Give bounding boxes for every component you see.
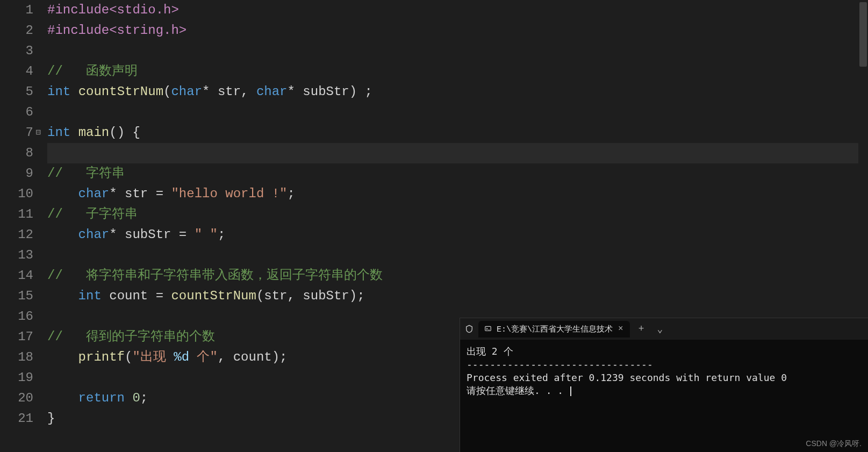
line-number: 1 [0,0,33,20]
terminal-window: E:\竞赛\江西省大学生信息技术 × + ⌄ 出现 2 个 ----------… [460,318,868,452]
line-number-gutter: 1 2 3 4 5 6 7⊟ 8 9 10 11 12 13 14 15 16 … [0,0,38,452]
line-number: 20 [0,388,33,408]
line-number: 8 [0,143,33,163]
code-line: char* str = "hello world !"; [47,184,868,204]
terminal-line: Process exited after 0.1239 seconds with… [467,372,787,383]
watermark: CSDN @冷风呀. [806,439,862,449]
shield-icon [464,324,474,334]
code-line-current [47,143,868,163]
code-line: int countStrNum(char* str, char* subStr)… [47,82,868,102]
line-number: 2 [0,20,33,41]
terminal-tab[interactable]: E:\竞赛\江西省大学生信息技术 × [478,321,630,338]
code-line: #include<stdio.h> [47,0,868,20]
terminal-icon [484,325,492,333]
line-number: 6 [0,102,33,123]
code-line [47,245,868,266]
code-line: int main() { [47,123,868,143]
terminal-tab-title: E:\竞赛\江西省大学生信息技术 [497,324,613,334]
scrollbar-thumb[interactable] [859,2,867,67]
code-line: // 子字符串 [47,204,868,225]
code-line: int count = countStrNum(str, subStr); [47,286,868,306]
code-line: // 将字符串和子字符串带入函数，返回子字符串的个数 [47,266,868,286]
terminal-cursor [570,386,571,396]
terminal-output[interactable]: 出现 2 个 -------------------------------- … [460,340,868,452]
line-number: 21 [0,408,33,429]
line-number: 18 [0,347,33,368]
line-number: 10 [0,184,33,204]
line-number: 17 [0,327,33,347]
line-number: 16 [0,306,33,327]
close-icon[interactable]: × [617,324,625,334]
code-line: // 函数声明 [47,61,868,82]
line-number: 7⊟ [0,123,33,143]
terminal-line: 出现 2 个 [467,346,513,357]
terminal-tabbar: E:\竞赛\江西省大学生信息技术 × + ⌄ [460,318,868,340]
line-number: 15 [0,286,33,306]
terminal-separator: -------------------------------- [467,358,653,370]
line-number: 3 [0,41,33,61]
line-number: 12 [0,225,33,245]
new-tab-button[interactable]: + [634,321,649,336]
code-line: #include<string.h> [47,20,868,41]
line-number: 14 [0,266,33,286]
code-line: char* subStr = " "; [47,225,868,245]
code-line [47,41,868,61]
svg-rect-0 [485,326,491,331]
chevron-down-icon[interactable]: ⌄ [652,321,667,337]
line-number: 19 [0,368,33,388]
terminal-line: 请按任意键继续. . . [467,385,569,396]
line-number: 9 [0,163,33,184]
code-line: // 字符串 [47,163,868,184]
code-line [47,102,868,123]
line-number: 4 [0,61,33,82]
line-number: 5 [0,82,33,102]
line-number: 13 [0,245,33,266]
line-number: 11 [0,204,33,225]
